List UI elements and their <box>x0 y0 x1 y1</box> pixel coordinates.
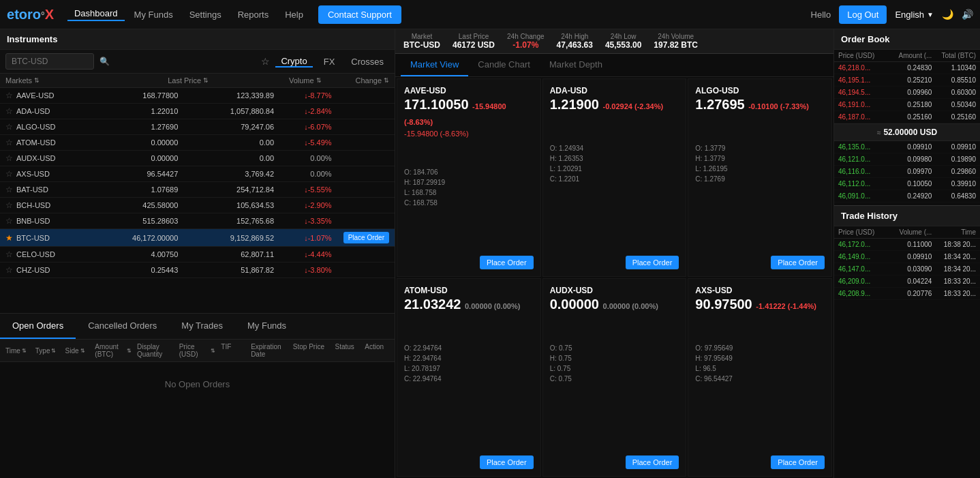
tab-open-orders[interactable]: Open Orders <box>0 314 76 339</box>
bid-price: 46,112.0... <box>838 180 888 188</box>
instrument-change: ↓-2.84% <box>274 107 331 115</box>
table-row[interactable]: ☆ BAT-USD 1.07689 254,712.84 ↓-5.55% <box>0 182 395 198</box>
ask-row: 46,195.1... 0.25210 0.85510 <box>834 74 980 87</box>
star-icon[interactable]: ☆ <box>5 138 13 147</box>
star-icon[interactable]: ☆ <box>5 106 13 116</box>
instrument-name: BNB-USD <box>16 217 50 225</box>
nav-myfunds[interactable]: My Funds <box>127 10 180 20</box>
header-right: Hello Log Out English ▼ 🌙 🔊 <box>811 5 973 24</box>
table-row[interactable]: ☆ BCH-USD 425.58000 105,634.53 ↓-2.90% <box>0 198 395 213</box>
tab-my-trades[interactable]: My Trades <box>169 314 235 339</box>
card-ohlc: O: 1.24934H: 1.26353L: 1.20291C: 1.2201 <box>550 143 679 184</box>
tab-market-view[interactable]: Market View <box>401 54 468 76</box>
bottom-table-header: Time⇅ Type⇅ Side⇅ Amount (BTC)⇅ Display … <box>0 340 395 362</box>
card-pair: AAVE-USD <box>404 86 534 95</box>
th-price: 46,149.0... <box>838 253 888 260</box>
market-bar-low-group: 24h Low 45,553.00 <box>605 33 641 50</box>
star-icon[interactable]: ☆ <box>5 216 13 226</box>
bid-amount: 0.10050 <box>891 180 932 188</box>
table-row[interactable]: ☆ BNB-USD 515.28603 152,765.68 ↓-3.35% <box>0 213 395 229</box>
tab-crypto[interactable]: Crypto <box>275 56 312 68</box>
sparkline-chart <box>550 316 679 340</box>
star-icon[interactable]: ☆ <box>5 91 13 100</box>
card-pair: AUDX-USD <box>550 286 679 295</box>
tab-cancelled-orders[interactable]: Cancelled Orders <box>76 314 169 339</box>
star-icon[interactable]: ☆ <box>5 122 13 132</box>
trade-history-row: 46,149.0... 0.09910 18:34 20... <box>834 251 980 263</box>
instrument-price: 96.54427 <box>102 170 179 178</box>
instrument-price: 0.25443 <box>102 266 179 274</box>
tab-my-funds[interactable]: My Funds <box>235 314 298 339</box>
th-time: 18:34 20... <box>934 265 976 273</box>
star-icon[interactable]: ★ <box>5 233 13 243</box>
search-input[interactable] <box>5 53 94 70</box>
tab-candle-chart[interactable]: Candle Chart <box>468 54 540 76</box>
col-side: Side⇅ <box>65 343 90 358</box>
card-place-order-button[interactable]: Place Order <box>626 455 679 469</box>
language-selector[interactable]: English ▼ <box>895 10 934 20</box>
volume-label: 24h Volume <box>658 33 694 40</box>
bid-price: 46,135.0... <box>838 143 888 151</box>
star-icon[interactable]: ☆ <box>5 200 13 210</box>
market-bar-pair-group: Market BTC-USD <box>403 33 440 50</box>
table-row[interactable]: ☆ ALGO-USD 1.27690 79,247.06 ↓-6.07% <box>0 119 395 135</box>
th-volume: 0.20776 <box>891 290 932 297</box>
card-place-order-button[interactable]: Place Order <box>771 455 825 469</box>
bid-total: 0.39910 <box>934 180 976 188</box>
view-tabs-row: Market View Candle Chart Market Depth <box>395 54 833 77</box>
table-row[interactable]: ☆ ATOM-USD 0.00000 0.00 ↓-5.49% <box>0 135 395 151</box>
nav-dashboard[interactable]: Dashboard <box>67 8 125 21</box>
instrument-change: ↓-4.44% <box>274 250 331 258</box>
sound-icon[interactable]: 🔊 <box>962 9 973 20</box>
no-open-orders: No Open Orders <box>0 362 395 406</box>
nav-help[interactable]: Help <box>278 10 310 20</box>
bid-total: 0.29860 <box>934 168 976 175</box>
moon-icon[interactable]: 🌙 <box>942 9 953 20</box>
ask-total: 0.50340 <box>934 101 976 108</box>
instrument-change: 0.00% <box>274 154 331 162</box>
table-row[interactable]: ☆ ADA-USD 1.22010 1,057,880.84 ↓-2.84% <box>0 104 395 119</box>
th-volume: 0.11000 <box>891 241 932 248</box>
search-icon: 🔍 <box>99 57 110 66</box>
instruments-panel: Instruments 🔍 ☆ Crypto FX Crosses Market… <box>0 29 395 478</box>
bid-amount: 0.09970 <box>891 168 932 175</box>
table-row[interactable]: ☆ AAVE-USD 168.77800 123,339.89 ↓-8.77% <box>0 88 395 104</box>
card-price: 0.00000 0.00000 (0.00%) <box>550 297 679 312</box>
card-price: 1.21900 -0.02924 (-2.34%) <box>550 97 679 113</box>
tab-crosses[interactable]: Crosses <box>346 57 389 67</box>
card-place-order-button[interactable]: Place Order <box>626 256 679 269</box>
contact-support-button[interactable]: Contact Support <box>318 5 401 24</box>
star-icon[interactable]: ☆ <box>5 265 13 275</box>
star-icon[interactable]: ☆ <box>5 185 13 194</box>
table-row[interactable]: ★ BTC-USD 46,172.00000 9,152,869.52 ↓-1.… <box>0 229 395 247</box>
ask-amount: 0.25160 <box>891 113 932 121</box>
logout-button[interactable]: Log Out <box>839 5 887 24</box>
col-action: Action <box>365 343 389 358</box>
star-icon[interactable]: ☆ <box>5 250 13 259</box>
tab-market-depth[interactable]: Market Depth <box>540 54 612 76</box>
favorite-icon[interactable]: ☆ <box>261 56 270 67</box>
card-ohlc: O: 97.95649H: 97.95649L: 96.5C: 96.54427 <box>695 343 825 384</box>
table-row[interactable]: ☆ CELO-USD 4.00750 62,807.11 ↓-4.44% <box>0 247 395 263</box>
sparkline-chart <box>550 117 679 140</box>
col-display-qty: Display Quantity <box>137 343 174 358</box>
nav-settings[interactable]: Settings <box>183 10 228 20</box>
tab-fx[interactable]: FX <box>318 57 341 67</box>
ask-amount: 0.09960 <box>891 89 932 96</box>
card-place-order-button[interactable]: Place Order <box>771 256 825 269</box>
card-ohlc: O: 184.706H: 187.29919L: 168.758C: 168.7… <box>404 167 534 208</box>
place-order-button[interactable]: Place Order <box>343 232 389 243</box>
card-place-order-button[interactable]: Place Order <box>480 256 534 269</box>
market-bar: Market BTC-USD Last Price 46172 USD 24h … <box>395 29 833 54</box>
card-place-order-button[interactable]: Place Order <box>480 455 534 469</box>
instrument-volume: 3,769.42 <box>178 170 274 178</box>
ob-col-price: Price (USD) <box>838 52 888 59</box>
table-row[interactable]: ☆ AXS-USD 96.54427 3,769.42 0.00% <box>0 166 395 182</box>
instrument-price: 4.00750 <box>102 250 179 258</box>
nav-reports[interactable]: Reports <box>231 10 276 20</box>
table-row[interactable]: ☆ AUDX-USD 0.00000 0.00 0.00% <box>0 151 395 166</box>
star-icon[interactable]: ☆ <box>5 169 13 179</box>
table-row[interactable]: ☆ CHZ-USD 0.25443 51,867.82 ↓-3.80% <box>0 263 395 278</box>
star-icon[interactable]: ☆ <box>5 153 13 163</box>
ask-total: 1.10340 <box>934 64 976 72</box>
